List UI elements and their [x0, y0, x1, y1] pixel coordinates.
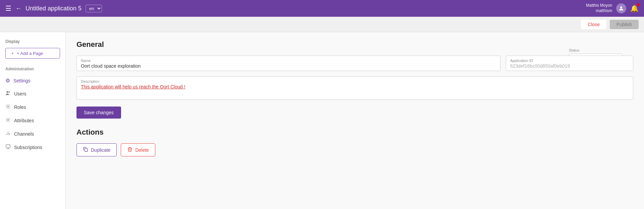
plus-icon: ＋: [10, 50, 15, 56]
svg-point-0: [620, 6, 622, 8]
status-label: Status: [569, 48, 623, 52]
sidebar-item-roles[interactable]: Roles: [0, 100, 65, 114]
description-label: Description: [81, 79, 629, 83]
svg-point-3: [7, 106, 9, 107]
app-id-value: 623def16bc00d850af0eb019: [510, 63, 629, 69]
duplicate-label: Duplicate: [91, 147, 110, 153]
close-button[interactable]: Close: [581, 20, 606, 29]
user-name: Matthis Moyon: [586, 3, 612, 8]
general-title: General: [76, 40, 633, 49]
display-label: Display: [0, 38, 65, 47]
delete-label: Delete: [135, 147, 149, 153]
sidebar: Display ＋ + Add a Page Administration ⚙ …: [0, 32, 66, 209]
roles-icon: [5, 104, 11, 111]
save-changes-button[interactable]: Save changes: [76, 107, 121, 119]
action-bar: Close Publish: [0, 17, 644, 32]
description-field[interactable]: Description This application will help u…: [76, 76, 633, 100]
description-value: This application will help us reach the …: [81, 84, 629, 89]
users-label: Users: [14, 91, 26, 96]
app-id-field: Application ID 623def16bc00d850af0eb019: [506, 56, 633, 71]
settings-label: Settings: [13, 78, 31, 83]
publish-button[interactable]: Publish: [610, 20, 639, 29]
sidebar-item-channels[interactable]: Channels: [0, 127, 65, 141]
sidebar-item-users[interactable]: Users: [0, 87, 65, 100]
svg-rect-5: [6, 145, 10, 148]
attributes-icon: [5, 117, 11, 124]
hamburger-icon[interactable]: ☰: [5, 4, 11, 12]
actions-row: Duplicate Delete: [76, 143, 633, 156]
add-page-label: + Add a Page: [17, 51, 43, 56]
name-label: Name: [81, 59, 496, 63]
notification-badge: [637, 3, 640, 6]
actions-title: Actions: [76, 128, 633, 137]
svg-rect-6: [85, 148, 88, 151]
subscriptions-label: Subscriptions: [14, 145, 42, 150]
svg-point-4: [7, 119, 9, 121]
name-field: Name Oort cloud space exploration: [76, 56, 500, 71]
add-page-button[interactable]: ＋ + Add a Page: [5, 48, 60, 59]
nav-right: Matthis Moyon matthism 🔔: [586, 3, 639, 13]
svg-point-1: [6, 91, 8, 93]
delete-button[interactable]: Delete: [121, 143, 155, 156]
duplicate-button[interactable]: Duplicate: [76, 143, 117, 156]
nav-left: ☰ ← Untitled application 5 en fr: [5, 4, 586, 12]
name-value[interactable]: Oort cloud space exploration: [81, 63, 496, 69]
user-handle: matthism: [586, 8, 612, 14]
sidebar-item-settings[interactable]: ⚙ Settings: [0, 74, 65, 87]
subscriptions-icon: [5, 144, 11, 151]
user-info: Matthis Moyon matthism: [586, 3, 612, 13]
app-id-label: Application ID: [510, 59, 629, 63]
app-title: Untitled application 5: [25, 5, 82, 12]
channels-label: Channels: [14, 131, 34, 137]
name-appid-row: Name Oort cloud space exploration Applic…: [76, 56, 633, 71]
content-area: Status Pending Active Inactive ▾ General…: [66, 32, 644, 209]
users-icon: [5, 90, 11, 97]
settings-icon: ⚙: [5, 77, 10, 84]
content-inner: Status Pending Active Inactive ▾ General…: [76, 40, 633, 156]
attributes-label: Attributes: [14, 118, 34, 123]
user-avatar[interactable]: [616, 3, 626, 13]
svg-point-2: [8, 91, 10, 93]
channels-icon: [5, 131, 11, 137]
top-nav: ☰ ← Untitled application 5 en fr Matthis…: [0, 0, 644, 17]
main-layout: Display ＋ + Add a Page Administration ⚙ …: [0, 32, 644, 209]
roles-label: Roles: [14, 104, 26, 110]
back-arrow-icon[interactable]: ←: [15, 5, 21, 12]
duplicate-icon: [83, 147, 88, 153]
administration-label: Administration: [0, 64, 65, 74]
notification-bell[interactable]: 🔔: [630, 4, 639, 12]
delete-icon: [127, 147, 132, 153]
language-selector[interactable]: en fr: [86, 5, 102, 12]
sidebar-item-attributes[interactable]: Attributes: [0, 114, 65, 127]
sidebar-item-subscriptions[interactable]: Subscriptions: [0, 141, 65, 154]
